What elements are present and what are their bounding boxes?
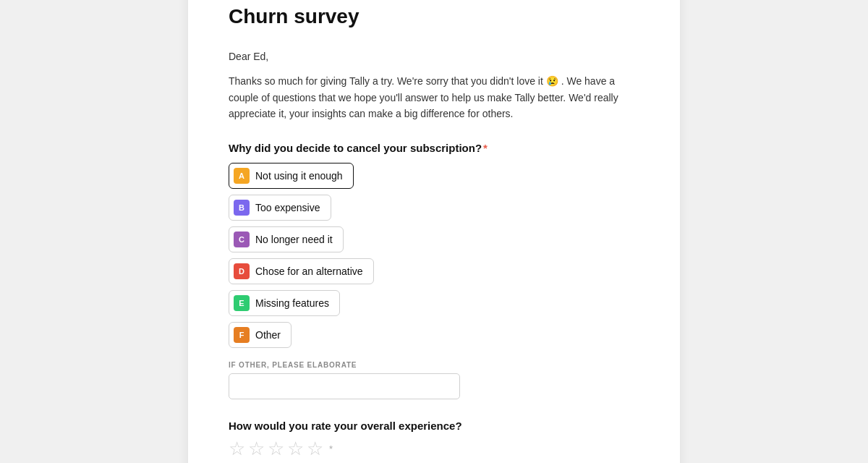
star-2[interactable]: ☆ xyxy=(248,439,265,458)
badge-e: E xyxy=(234,295,250,311)
badge-b: B xyxy=(234,200,250,216)
option-d[interactable]: D Chose for an alternative xyxy=(229,258,374,284)
option-e-label: Missing features xyxy=(255,297,329,309)
badge-f: F xyxy=(234,327,250,343)
option-b-label: Too expensive xyxy=(255,202,320,213)
options-list: A Not using it enough B Too expensive C … xyxy=(229,163,639,348)
option-c[interactable]: C No longer need it xyxy=(229,226,344,252)
badge-d: D xyxy=(234,263,250,279)
star-4[interactable]: ☆ xyxy=(287,439,304,458)
option-a-label: Not using it enough xyxy=(255,170,343,182)
intro-text: Thanks so much for giving Tally a try. W… xyxy=(229,73,639,122)
question2-label: How would you rate your overall experien… xyxy=(229,420,639,432)
survey-title: Churn survey xyxy=(229,5,639,28)
elaborate-input[interactable] xyxy=(229,373,460,399)
option-d-label: Chose for an alternative xyxy=(255,266,363,277)
option-a[interactable]: A Not using it enough xyxy=(229,163,354,189)
option-c-label: No longer need it xyxy=(255,234,333,245)
star-5[interactable]: ☆ xyxy=(307,439,323,458)
survey-card: Churn survey Dear Ed, Thanks so much for… xyxy=(188,0,680,463)
option-f[interactable]: F Other xyxy=(229,322,292,348)
badge-a: A xyxy=(234,168,250,184)
required-star-1: * xyxy=(483,142,488,154)
option-f-label: Other xyxy=(255,329,281,341)
option-b[interactable]: B Too expensive xyxy=(229,195,331,221)
stars-row: ☆ ☆ ☆ ☆ ☆ * xyxy=(229,439,639,458)
elaborate-label: IF OTHER, PLEASE ELABORATE xyxy=(229,361,639,369)
rating-required-star: * xyxy=(329,443,333,454)
option-e[interactable]: E Missing features xyxy=(229,290,340,316)
greeting-text: Dear Ed, xyxy=(229,48,639,64)
question1-label: Why did you decide to cancel your subscr… xyxy=(229,142,639,154)
badge-c: C xyxy=(234,232,250,247)
star-1[interactable]: ☆ xyxy=(229,439,245,458)
star-3[interactable]: ☆ xyxy=(268,439,284,458)
